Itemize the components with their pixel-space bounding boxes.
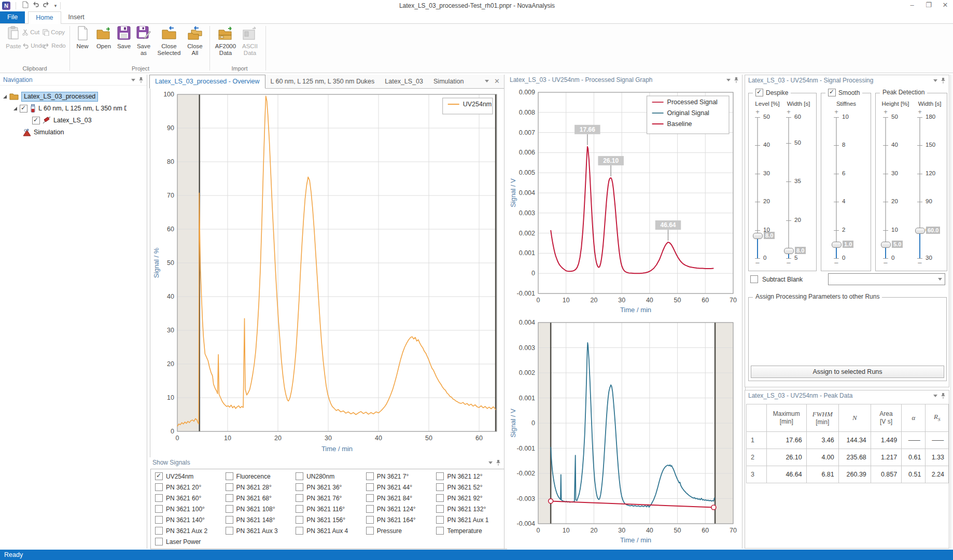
slider-thumb[interactable] [915,228,925,234]
signal-checkbox[interactable] [155,538,163,545]
signal-checkbox[interactable] [296,505,303,513]
signal-checkbox[interactable] [226,483,233,491]
signal-checkbox[interactable] [155,494,163,502]
peak-column-header[interactable]: FWHM[min] [806,404,838,432]
qat-redo-icon[interactable] [41,1,51,10]
peak-column-header[interactable]: α [902,404,926,432]
subtract-blank-combo[interactable] [828,273,945,285]
peak-data-row[interactable]: 226.104.00235.681.2170.611.33 [747,449,949,466]
pin-icon[interactable] [734,77,739,83]
tree-item-project[interactable]: Latex_LS_03_processed [3,91,98,102]
af2000-data-button[interactable]: AF2000 Data [214,26,237,69]
signal-checkbox[interactable] [296,494,303,502]
peak-column-header[interactable]: Maximum[min] [766,404,806,432]
signal-checkbox[interactable] [436,483,444,491]
signal-checkbox[interactable] [366,494,374,502]
expander-icon[interactable] [13,107,17,110]
signal-checkbox-item[interactable]: PN 3621 84° [366,494,437,502]
pin-icon[interactable] [941,77,946,84]
signal-checkbox[interactable] [155,527,163,535]
signal-checkbox-item[interactable]: PN 3621 36° [296,483,366,491]
signal-checkbox-item[interactable]: Laser Power [155,538,226,545]
close-selected-button[interactable]: Close Selected [156,26,183,69]
signal-checkbox-item[interactable]: PN 3621 44° [366,483,437,491]
signal-checkbox-item[interactable]: PN 3621 132° [436,505,507,513]
signal-checkbox-item[interactable]: PN 3621 164° [366,516,437,524]
save-button[interactable]: Save [115,26,133,69]
tree-item-label[interactable]: L 60 nm, L 125 nm, L 350 nm Dukes [38,105,127,112]
signal-checkbox-item[interactable]: PN 3621 148° [226,516,296,524]
slider-thumb[interactable] [832,242,842,248]
pin-icon[interactable] [941,393,946,399]
qat-new-icon[interactable] [21,1,30,10]
signal-checkbox-item[interactable]: PN 3621 140° [155,516,226,524]
signal-checkbox[interactable] [226,505,233,513]
redo-button[interactable]: Redo [43,43,66,53]
signal-checkbox-item[interactable]: PN 3621 Aux 4 [296,527,366,535]
signal-checkbox[interactable] [155,483,163,491]
signal-checkbox-item[interactable]: PN 3621 Aux 3 [226,527,296,535]
signal-checkbox[interactable] [366,505,374,513]
document-tab-1[interactable]: L 60 nm, L 125 nm, L 350 nm Dukes [265,75,380,88]
document-tab-0[interactable]: Latex_LS_03_processed - Overview [149,75,265,89]
smooth-checkbox[interactable] [828,89,836,96]
qat-customize-icon[interactable]: ▾ [51,1,60,10]
tree-checkbox[interactable] [32,117,40,124]
signal-checkbox-item[interactable]: PN 3621 68° [226,494,296,502]
signal-checkbox[interactable] [226,527,233,535]
assign-to-runs-button[interactable]: Assign to selected Runs [751,366,944,378]
minimize-button[interactable]: – [904,0,920,11]
signal-checkbox[interactable] [226,472,233,480]
signal-checkbox-item[interactable]: PN 3621 108° [226,505,296,513]
signal-checkbox[interactable] [366,483,374,491]
restore-button[interactable]: ❐ [921,0,936,11]
show-signals-menu-icon[interactable] [488,461,493,464]
signal-checkbox[interactable] [366,527,374,535]
subtract-blank-checkbox[interactable] [750,275,758,283]
expander-icon[interactable] [3,95,7,99]
close-all-button[interactable]: Close All [185,26,205,69]
signal-checkbox-item[interactable]: PN 3621 Aux 1 [436,516,507,524]
signal-checkbox[interactable] [296,527,303,535]
peak-column-header[interactable]: Area[V s] [871,404,901,432]
signal-checkbox-item[interactable]: UN280nm [296,472,366,480]
signal-checkbox[interactable] [296,483,303,491]
signal-checkbox-item[interactable]: PN 3621 28° [226,483,296,491]
slider-level-[interactable]: Level [%]+−504030201008.0 [752,101,783,272]
signal-checkbox[interactable] [436,516,444,524]
signal-checkbox-item[interactable]: PN 3621 124° [366,505,437,513]
slider-thumb[interactable] [753,233,763,239]
peak-column-header[interactable] [747,404,767,432]
signal-checkbox-item[interactable]: PN 3621 20° [155,483,226,491]
signal-checkbox[interactable] [436,505,444,513]
document-tab-2[interactable]: Latex_LS_03 [380,75,428,88]
slider-width-s-[interactable]: Width [s]+−6050352058.0 [783,101,814,272]
peak-data-menu-icon[interactable] [933,395,937,397]
document-tab-3[interactable]: Simulation [428,75,469,88]
processed-signal-chart[interactable]: 010203040506070-0.00100.0010.0020.0030.0… [508,88,740,316]
slider-height-[interactable]: Height [%]+−504030201005.0 [880,101,911,272]
signal-checkbox-item[interactable]: PN 3621 7° [366,472,437,480]
signal-checkbox[interactable] [366,516,374,524]
peak-data-table[interactable]: Maximum[min]FWHM[min]NArea[V s]αRS117.66… [746,404,949,483]
copy-button[interactable]: Copy [43,29,65,39]
slider-stiffnes[interactable]: Stiffnes+−10864201.0 [831,101,862,272]
signal-checkbox-item[interactable]: PN 3621 100° [155,505,226,513]
signal-checkbox-item[interactable]: PN 3621 76° [296,494,366,502]
peak-data-row[interactable]: 117.663.46144.341.449———— [747,432,949,449]
overview-chart[interactable]: 01020304050600102030405060708090100UV254… [151,90,502,455]
signal-checkbox-item[interactable]: PN 3621 12° [436,472,507,480]
doc-tab-menu-icon[interactable] [485,80,489,82]
signal-checkbox-item[interactable]: PN 3621 60° [155,494,226,502]
signal-checkbox-item[interactable]: Pressure [366,527,437,535]
close-button[interactable]: ✕ [937,0,953,11]
open-button[interactable]: Open [93,26,114,69]
qat-undo-icon[interactable] [31,1,40,10]
tree-item-label[interactable]: Latex_LS_03_processed [21,92,98,102]
signal-checkbox[interactable] [436,527,444,535]
signal-checkbox-item[interactable]: PN 3621 52° [436,483,507,491]
signal-checkbox-item[interactable]: PN 3621 156° [296,516,366,524]
slider-thumb[interactable] [881,242,891,248]
tab-file[interactable]: File [0,11,25,23]
original-signal-chart[interactable]: 010203040506070-0.004-0.003-0.002-0.0010… [508,318,740,547]
